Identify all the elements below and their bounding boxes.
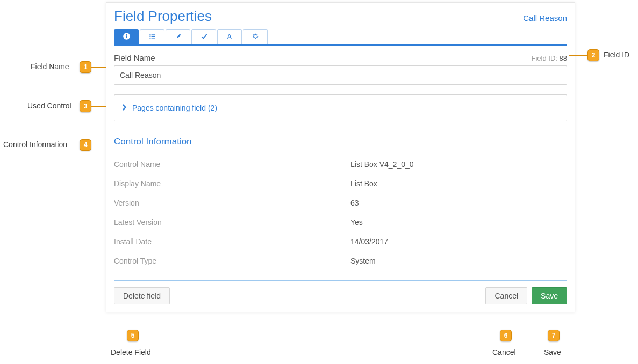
callout-label-1: Field Name <box>31 62 69 71</box>
field-properties-panel: Field Properties Call Reason A <box>106 2 575 312</box>
panel-title: Field Properties <box>114 8 212 25</box>
separator <box>114 280 567 281</box>
info-key: Latest Version <box>114 218 350 227</box>
list-icon <box>148 32 156 42</box>
tab-list[interactable] <box>140 29 164 44</box>
tab-eyedropper[interactable] <box>166 29 190 44</box>
info-key: Version <box>114 199 350 207</box>
info-val: Yes <box>350 218 363 227</box>
info-key: Display Name <box>114 179 350 188</box>
tab-check[interactable] <box>191 29 216 44</box>
control-info-table: Control Name List Box V4_2_0_0 Display N… <box>114 155 567 271</box>
tabstrip: A <box>114 29 567 46</box>
callout-label-4: Control Information <box>3 140 67 149</box>
tab-info[interactable] <box>114 29 139 44</box>
tab-text[interactable]: A <box>217 29 242 44</box>
spacer <box>174 287 481 304</box>
callout-line <box>506 316 506 330</box>
control-information-heading: Control Information <box>114 136 567 147</box>
field-id-label: Field ID: <box>532 54 557 62</box>
info-val: 63 <box>350 199 359 207</box>
callout-badge-2: 2 <box>587 49 599 61</box>
text-a-icon: A <box>227 32 233 41</box>
info-row-install-date: Install Date 14/03/2017 <box>114 232 567 251</box>
svg-rect-4 <box>151 34 155 34</box>
context-field-name: Call Reason <box>523 13 567 23</box>
svg-rect-8 <box>151 38 155 38</box>
svg-rect-2 <box>126 34 126 34</box>
info-key: Control Type <box>114 257 350 265</box>
info-icon <box>123 32 131 42</box>
info-row-latest-version: Latest Version Yes <box>114 213 567 232</box>
panel-header: Field Properties Call Reason <box>114 8 567 25</box>
callout-line <box>554 316 554 330</box>
info-row-control-type: Control Type System <box>114 251 567 271</box>
callout-badge-5: 5 <box>127 330 139 341</box>
check-icon <box>200 32 208 42</box>
footer-buttons: Delete field Cancel Save <box>114 287 567 304</box>
callout-label-7: Save <box>544 348 561 356</box>
callout-label-5: Delete Field <box>111 348 151 356</box>
delete-field-button[interactable]: Delete field <box>114 287 170 304</box>
info-row-display-name: Display Name List Box <box>114 174 567 193</box>
callout-label-6: Cancel <box>492 348 516 356</box>
info-key: Control Name <box>114 160 350 169</box>
info-key: Install Date <box>114 237 350 246</box>
info-row-control-name: Control Name List Box V4_2_0_0 <box>114 155 567 174</box>
eyedropper-icon <box>174 32 182 42</box>
field-name-row: Field Name Field ID: 88 <box>114 53 567 62</box>
callout-label-3: Used Control <box>27 101 71 110</box>
svg-rect-5 <box>149 35 150 37</box>
tab-settings[interactable] <box>243 29 268 44</box>
svg-rect-7 <box>149 38 150 39</box>
svg-rect-6 <box>151 35 155 36</box>
save-button[interactable]: Save <box>532 287 567 304</box>
info-val: 14/03/2017 <box>350 237 388 246</box>
field-id-value: 88 <box>560 54 567 62</box>
info-row-version: Version 63 <box>114 193 567 213</box>
info-val: System <box>350 257 376 265</box>
gear-icon <box>252 32 260 42</box>
callout-line <box>569 55 587 56</box>
callout-line <box>91 145 106 145</box>
callout-badge-3: 3 <box>80 100 91 112</box>
callout-line <box>91 67 106 68</box>
cancel-button[interactable]: Cancel <box>485 287 527 304</box>
pages-expander-label: Pages containing field (2) <box>132 104 217 112</box>
callout-line <box>133 316 133 330</box>
svg-rect-3 <box>149 34 150 35</box>
callout-line <box>91 106 106 107</box>
callout-badge-4: 4 <box>80 139 91 151</box>
svg-rect-1 <box>126 35 126 38</box>
info-val: List Box <box>350 179 377 188</box>
pages-containing-field-expander[interactable]: Pages containing field (2) <box>114 94 567 121</box>
callout-badge-1: 1 <box>80 61 91 73</box>
callout-badge-6: 6 <box>500 330 512 341</box>
field-name-input[interactable] <box>114 65 567 85</box>
info-val: List Box V4_2_0_0 <box>350 160 414 169</box>
chevron-right-icon <box>122 104 127 112</box>
field-name-label: Field Name <box>114 53 155 62</box>
callout-label-2: Field ID <box>604 50 629 59</box>
field-id: Field ID: 88 <box>532 54 568 62</box>
callout-badge-7: 7 <box>548 330 560 341</box>
